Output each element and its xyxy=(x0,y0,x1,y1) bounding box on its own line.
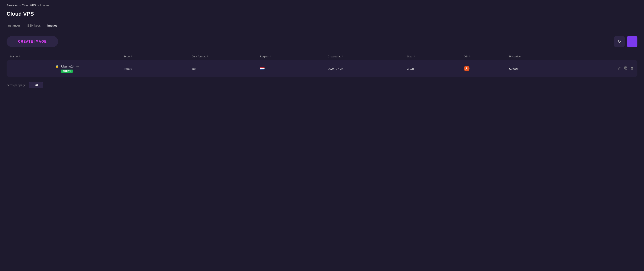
pagination: Items per page: xyxy=(6,82,638,88)
col-os[interactable]: OS ⇅ xyxy=(464,55,509,58)
col-disk-format[interactable]: Disk format ⇅ xyxy=(192,55,260,58)
region-flag: 🇳🇱 xyxy=(260,66,265,71)
pagination-label: Items per page: xyxy=(6,84,26,87)
refresh-icon: ↻ xyxy=(618,39,621,44)
cell-region: 🇳🇱 xyxy=(260,66,328,71)
tab-images[interactable]: Images xyxy=(46,22,63,30)
status-badge: ACTIVE xyxy=(61,70,73,73)
col-created-at[interactable]: Created at ⇅ xyxy=(328,55,407,58)
breadcrumb-services[interactable]: Services xyxy=(6,4,18,7)
cell-price-day: €0.003 xyxy=(509,67,566,70)
sort-os-icon: ⇅ xyxy=(469,55,470,58)
svg-point-6 xyxy=(468,69,468,70)
filter-button[interactable] xyxy=(627,36,638,47)
cell-os xyxy=(464,66,509,71)
cell-disk-format: iso xyxy=(192,67,260,70)
svg-point-4 xyxy=(466,68,467,69)
cell-size: 3 GB xyxy=(407,67,464,70)
os-ubuntu-icon xyxy=(464,66,470,71)
filter-icon xyxy=(630,39,634,44)
col-price-day: Price/day xyxy=(509,55,566,58)
sort-name-icon: ⇅ xyxy=(19,55,20,58)
sort-region-icon: ⇅ xyxy=(270,55,271,58)
page-title: Cloud VPS xyxy=(6,11,638,17)
breadcrumb-cloud-vps[interactable]: Cloud VPS xyxy=(22,4,36,7)
svg-point-5 xyxy=(466,67,467,68)
breadcrumb: Services > Cloud VPS > Images xyxy=(6,4,638,7)
col-size[interactable]: Size ⇅ xyxy=(407,55,464,58)
cell-name: 🔒 Ubuntu24 ✏ ACTIVE xyxy=(10,64,124,73)
table-row: 🔒 Ubuntu24 ✏ ACTIVE Image iso 🇳🇱 2024-07… xyxy=(6,60,638,77)
pagination-input[interactable] xyxy=(29,82,43,88)
row-name: Ubuntu24 xyxy=(61,65,74,68)
inline-edit-icon[interactable]: ✏ xyxy=(76,65,79,68)
copy-row-icon[interactable] xyxy=(624,67,628,71)
col-type[interactable]: Type ⇅ xyxy=(124,55,192,58)
svg-point-7 xyxy=(465,69,466,70)
tabs: Instances SSH keys Images xyxy=(6,22,638,30)
col-name[interactable]: Name ⇅ xyxy=(10,55,124,58)
create-image-button[interactable]: CREATE IMAGE xyxy=(6,36,58,47)
tab-instances[interactable]: Instances xyxy=(6,22,26,30)
lock-icon: 🔒 xyxy=(55,64,59,68)
svg-rect-8 xyxy=(625,68,627,69)
sort-size-icon: ⇅ xyxy=(413,55,415,58)
toolbar: CREATE IMAGE ↻ xyxy=(6,36,638,47)
col-actions xyxy=(566,55,634,58)
edit-row-icon[interactable] xyxy=(618,67,622,71)
table-header: Name ⇅ Type ⇅ Disk format ⇅ Region ⇅ Cre… xyxy=(6,53,638,60)
refresh-button[interactable]: ↻ xyxy=(614,36,625,47)
sort-type-icon: ⇅ xyxy=(131,55,132,58)
cell-type: Image xyxy=(124,67,192,70)
cell-created-at: 2024-07-24 xyxy=(328,67,407,70)
cell-actions xyxy=(566,67,634,71)
breadcrumb-images: Images xyxy=(40,4,50,7)
sort-created-icon: ⇅ xyxy=(342,55,344,58)
delete-row-icon[interactable] xyxy=(630,67,634,71)
tab-ssh-keys[interactable]: SSH keys xyxy=(26,22,46,30)
table: Name ⇅ Type ⇅ Disk format ⇅ Region ⇅ Cre… xyxy=(6,53,638,77)
sort-disk-icon: ⇅ xyxy=(207,55,209,58)
col-region[interactable]: Region ⇅ xyxy=(260,55,328,58)
svg-rect-10 xyxy=(631,68,633,70)
